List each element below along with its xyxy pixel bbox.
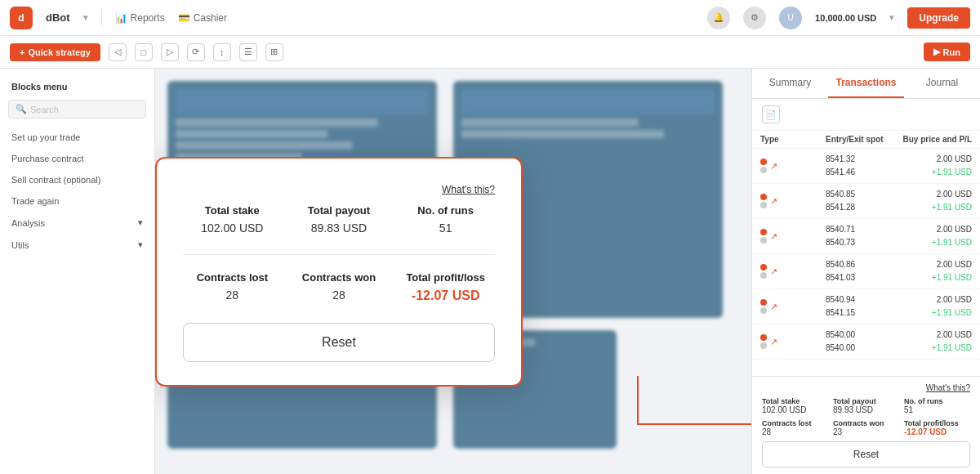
sidebar-item-setup[interactable]: Set up your trade	[0, 127, 154, 148]
cashier-link[interactable]: 💳 Cashier	[178, 12, 227, 24]
sidebar-item-purchase[interactable]: Purchase contract	[0, 148, 154, 169]
entry-exit-cell: 8540.71 8540.73	[826, 223, 899, 249]
chevron-icon: ▾	[138, 239, 143, 250]
transactions-table: ↗ 8541.32 8541.46 2.00 USD +1.91 USD ↗	[752, 149, 980, 376]
type-icon	[760, 299, 767, 314]
stop-button[interactable]: □	[135, 43, 153, 61]
right-whats-this[interactable]: What's this?	[762, 383, 970, 392]
main-layout: Blocks menu 🔍 Search Set up your trade P…	[0, 69, 980, 474]
document-icon[interactable]: 📄	[762, 105, 780, 123]
modal-contracts-won: Contracts won 28	[290, 271, 389, 303]
logo: d	[10, 7, 33, 29]
entry-exit-cell: 8540.00 8540.00	[826, 329, 899, 355]
notification-icon[interactable]: 🔔	[707, 7, 730, 29]
modal-whats-this[interactable]: What's this?	[183, 181, 495, 196]
icon-row: 📄	[752, 99, 980, 131]
row-type-cell: ↗	[760, 264, 826, 279]
sidebar-item-analysis[interactable]: Analysis ▾	[0, 212, 154, 234]
right-summary-top: Total stake 102.00 USD Total payout 89.9…	[762, 397, 970, 414]
sidebar-title: Blocks menu	[0, 77, 154, 100]
sidebar-item-utils[interactable]: Utils ▾	[0, 234, 154, 256]
menu-button[interactable]: ☰	[239, 43, 257, 61]
nav-separator	[101, 10, 102, 26]
modal-contracts-lost: Contracts lost 28	[183, 271, 282, 303]
grid-button[interactable]: ⊞	[265, 43, 283, 61]
direction-icon: ↗	[770, 302, 777, 312]
table-row: ↗ 8540.94 8541.15 2.00 USD +1.91 USD	[752, 289, 980, 324]
table-header: Type Entry/Exit spot Buy price and P/L	[752, 131, 980, 149]
quick-strategy-button[interactable]: + Quick strategy	[10, 43, 100, 61]
table-row: ↗ 8540.71 8540.73 2.00 USD +1.91 USD	[752, 219, 980, 254]
type-icon	[760, 229, 767, 244]
modal-overlay: What's this? Total stake 102.00 USD Tota…	[155, 69, 751, 474]
tab-journal[interactable]: Journal	[904, 69, 980, 98]
upgrade-button[interactable]: Upgrade	[907, 7, 970, 29]
content-area: What's this? Total stake 102.00 USD Tota…	[155, 69, 751, 474]
right-runs: No. of runs 51	[904, 397, 970, 414]
type-icon	[760, 159, 767, 173]
entry-exit-cell: 8541.32 8541.46	[826, 153, 899, 179]
reset-view-button[interactable]: ⟳	[187, 43, 205, 61]
direction-icon: ↗	[770, 337, 777, 347]
row-type-cell: ↗	[760, 159, 826, 173]
sidebar-item-trade-again[interactable]: Trade again	[0, 190, 154, 212]
row-type-cell: ↗	[760, 299, 826, 314]
run-button[interactable]: ▶ Run	[924, 42, 970, 61]
direction-icon: ↗	[770, 196, 777, 207]
entry-exit-cell: 8540.85 8541.28	[826, 188, 899, 214]
price-cell: 2.00 USD +1.91 USD	[899, 293, 973, 320]
price-cell: 2.00 USD +1.91 USD	[899, 329, 973, 355]
right-summary: What's this? Total stake 102.00 USD Tota…	[752, 376, 980, 474]
price-cell: 2.00 USD +1.91 USD	[899, 153, 973, 179]
type-icon	[760, 194, 767, 208]
navbar: d dBot ▾ 📊 Reports 💳 Cashier 🔔 ⚙ U 10,00…	[0, 0, 980, 36]
zoom-button[interactable]: ↕	[213, 43, 231, 61]
table-row: ↗ 8540.00 8540.00 2.00 USD +1.91 USD	[752, 324, 980, 360]
right-summary-bottom: Contracts lost 28 Contracts won 23 Total…	[762, 419, 970, 436]
price-cell: 2.00 USD +1.91 USD	[899, 258, 973, 284]
brand-name: dBot	[46, 11, 70, 24]
modal-total-payout: Total payout 89.83 USD	[290, 204, 389, 235]
right-contracts-lost: Contracts lost 28	[762, 419, 828, 436]
direction-icon: ↗	[770, 266, 777, 277]
modal-stats-grid: Total stake 102.00 USD Total payout 89.8…	[183, 204, 495, 235]
settings-icon[interactable]: ⚙	[743, 7, 766, 29]
summary-modal: What's this? Total stake 102.00 USD Tota…	[155, 157, 523, 387]
direction-icon: ↗	[770, 161, 777, 172]
row-type-cell: ↗	[760, 229, 826, 244]
chevron-icon: ▾	[138, 217, 143, 228]
prev-button[interactable]: ◁	[109, 43, 127, 61]
sidebar: Blocks menu 🔍 Search Set up your trade P…	[0, 69, 155, 474]
tab-transactions[interactable]: Transactions	[828, 69, 904, 98]
plus-icon: +	[20, 47, 24, 57]
search-icon: 🔍	[16, 104, 27, 114]
reports-link[interactable]: 📊 Reports	[115, 12, 165, 24]
avatar[interactable]: U	[779, 7, 802, 29]
right-reset-button[interactable]: Reset	[762, 441, 970, 467]
toolbar: + Quick strategy ◁ □ ▷ ⟳ ↕ ☰ ⊞ ▶ Run Qui…	[0, 36, 980, 69]
price-cell: 2.00 USD +1.91 USD	[899, 223, 973, 249]
header-buy-price: Buy price and P/L	[899, 135, 973, 144]
modal-contracts-grid: Contracts lost 28 Contracts won 28 Total…	[183, 271, 495, 303]
modal-total-stake: Total stake 102.00 USD	[183, 204, 282, 235]
modal-total-pl: Total profit/loss -12.07 USD	[396, 271, 495, 303]
right-panel: Summary Transactions Journal 📄 Type Entr…	[751, 69, 980, 474]
table-row: ↗ 8540.86 8541.03 2.00 USD +1.91 USD	[752, 254, 980, 289]
direction-icon: ↗	[770, 231, 777, 242]
sidebar-item-sell[interactable]: Sell contract (optional)	[0, 169, 154, 190]
cashier-icon: 💳	[178, 12, 190, 24]
modal-reset-button[interactable]: Reset	[183, 323, 495, 362]
right-total-pl: Total profit/loss -12.07 USD	[904, 419, 970, 436]
entry-exit-cell: 8540.94 8541.15	[826, 293, 899, 320]
tab-summary[interactable]: Summary	[752, 69, 828, 98]
balance-display: 10,000.00 USD	[815, 13, 876, 23]
type-icon	[760, 334, 767, 349]
row-type-cell: ↗	[760, 334, 826, 349]
run-icon: ▶	[933, 47, 940, 57]
next-button[interactable]: ▷	[161, 43, 179, 61]
type-icon	[760, 264, 767, 279]
reports-icon: 📊	[115, 12, 127, 24]
sidebar-search[interactable]: 🔍 Search	[8, 100, 146, 118]
table-row: ↗ 8541.32 8541.46 2.00 USD +1.91 USD	[752, 149, 980, 184]
price-cell: 2.00 USD +1.91 USD	[899, 188, 973, 214]
